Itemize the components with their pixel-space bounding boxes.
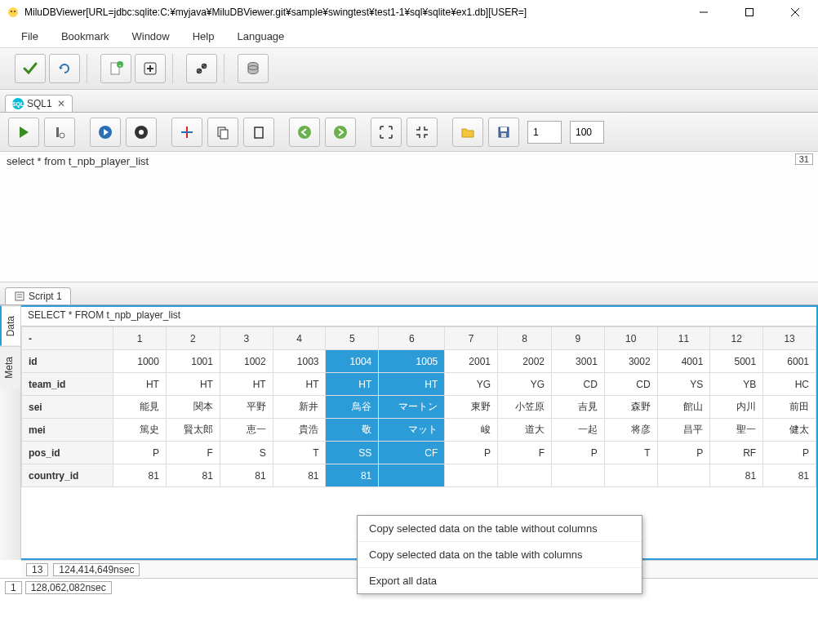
cell[interactable]: 81: [166, 464, 220, 487]
next-button[interactable]: [325, 118, 356, 147]
cell[interactable]: [445, 464, 498, 487]
cell[interactable]: 1005: [379, 350, 445, 373]
cell[interactable]: YB: [710, 373, 763, 396]
cell[interactable]: マット: [379, 419, 445, 442]
cell[interactable]: CD: [552, 373, 605, 396]
connection-button[interactable]: [186, 54, 217, 83]
cell[interactable]: T: [604, 442, 657, 464]
cell[interactable]: 一起: [552, 419, 605, 442]
rollback-button[interactable]: [49, 54, 80, 83]
cell[interactable]: 聖一: [710, 419, 763, 442]
cell[interactable]: 1001: [166, 350, 220, 373]
cell[interactable]: CF: [379, 442, 445, 464]
result-table[interactable]: -12345678910111213id10001001100210031004…: [21, 326, 816, 487]
cell[interactable]: [552, 464, 605, 487]
cell[interactable]: F: [166, 442, 220, 464]
cell[interactable]: 2002: [498, 350, 552, 373]
cell[interactable]: 1002: [220, 350, 273, 373]
cell[interactable]: [657, 464, 710, 487]
col-header[interactable]: 1: [113, 327, 167, 350]
cell[interactable]: 鳥谷: [326, 396, 379, 419]
cell[interactable]: 恵一: [220, 419, 273, 442]
row-header[interactable]: pos_id: [22, 442, 113, 464]
page-from-input[interactable]: [527, 121, 562, 144]
col-header[interactable]: 12: [710, 327, 763, 350]
cell[interactable]: [379, 464, 445, 487]
cell[interactable]: 篤史: [113, 419, 167, 442]
cell[interactable]: P: [657, 442, 710, 464]
menu-bookmark[interactable]: Bookmark: [53, 29, 118, 44]
page-size-input[interactable]: [570, 121, 604, 144]
col-header[interactable]: 8: [498, 327, 552, 350]
cell[interactable]: HT: [379, 373, 445, 396]
sql-editor[interactable]: select * from t_npb_player_list 31: [0, 152, 818, 282]
cell[interactable]: 平野: [220, 396, 273, 419]
row-header[interactable]: mei: [22, 419, 113, 442]
cell[interactable]: RF: [710, 442, 763, 464]
copy-button[interactable]: [207, 118, 238, 147]
cell[interactable]: マートン: [379, 396, 445, 419]
cell[interactable]: 吉見: [552, 396, 605, 419]
cell[interactable]: S: [220, 442, 273, 464]
menu-help[interactable]: Help: [184, 29, 223, 44]
col-header[interactable]: 9: [552, 327, 605, 350]
commit-button[interactable]: [15, 54, 46, 83]
cell[interactable]: HT: [220, 373, 273, 396]
cell[interactable]: 3002: [604, 350, 657, 373]
cell[interactable]: 6001: [763, 350, 816, 373]
close-button[interactable]: [779, 1, 811, 24]
cell[interactable]: HT: [273, 373, 326, 396]
menu-language[interactable]: Language: [229, 29, 292, 44]
cell[interactable]: T: [273, 442, 326, 464]
cell[interactable]: CD: [604, 373, 657, 396]
cell[interactable]: 前田: [763, 396, 816, 419]
cell[interactable]: [604, 464, 657, 487]
paste-button[interactable]: [243, 118, 274, 147]
col-header[interactable]: 3: [220, 327, 273, 350]
cell[interactable]: 道大: [498, 419, 552, 442]
cell[interactable]: 東野: [445, 396, 498, 419]
row-header[interactable]: team_id: [22, 373, 113, 396]
cell[interactable]: HC: [763, 373, 816, 396]
cell[interactable]: SS: [326, 442, 379, 464]
context-menu-item[interactable]: Copy selected data on the table with col…: [358, 542, 642, 568]
cell[interactable]: 81: [763, 464, 816, 487]
cell[interactable]: 健太: [763, 419, 816, 442]
cell[interactable]: HT: [166, 373, 220, 396]
move-button[interactable]: [171, 118, 202, 147]
cell[interactable]: P: [113, 442, 167, 464]
col-header[interactable]: 6: [379, 327, 445, 350]
cell[interactable]: 小笠原: [498, 396, 552, 419]
prev-button[interactable]: [289, 118, 320, 147]
cell[interactable]: P: [445, 442, 498, 464]
col-header[interactable]: 10: [604, 327, 657, 350]
side-tab-data[interactable]: Data: [0, 305, 20, 346]
cell[interactable]: 内川: [710, 396, 763, 419]
collapse-button[interactable]: [407, 118, 438, 147]
cell[interactable]: 新井: [273, 396, 326, 419]
cell[interactable]: 関本: [166, 396, 220, 419]
cell[interactable]: 81: [113, 464, 167, 487]
col-header[interactable]: 4: [273, 327, 326, 350]
cell[interactable]: 81: [710, 464, 763, 487]
maximize-button[interactable]: [733, 1, 766, 24]
col-header[interactable]: 2: [166, 327, 220, 350]
menu-window[interactable]: Window: [123, 29, 177, 44]
col-header[interactable]: 5: [326, 327, 379, 350]
col-header[interactable]: 11: [657, 327, 710, 350]
cell[interactable]: 昌平: [657, 419, 710, 442]
database-button[interactable]: [238, 54, 269, 83]
cell[interactable]: P: [552, 442, 605, 464]
context-menu-item[interactable]: Copy selected data on the table without …: [358, 516, 642, 542]
explain-button[interactable]: [44, 118, 75, 147]
col-header[interactable]: 7: [445, 327, 498, 350]
row-header[interactable]: id: [22, 350, 113, 373]
play-button[interactable]: [90, 118, 121, 147]
context-menu-item[interactable]: Export all data: [358, 568, 642, 593]
cell[interactable]: HT: [326, 373, 379, 396]
cell[interactable]: 4001: [657, 350, 710, 373]
cell[interactable]: 敬: [326, 419, 379, 442]
cell[interactable]: 館山: [657, 396, 710, 419]
row-header[interactable]: country_id: [22, 464, 113, 487]
stop-button[interactable]: [126, 118, 157, 147]
